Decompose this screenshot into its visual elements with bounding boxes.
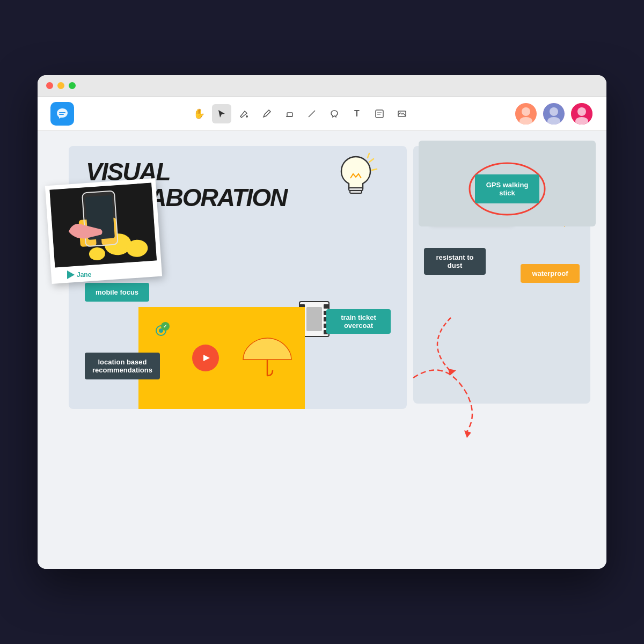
svg-point-0 (246, 115, 248, 118)
umbrella-illustration (240, 330, 294, 386)
svg-point-12 (577, 107, 586, 116)
avatar-2 (542, 102, 566, 126)
avatar-1 (514, 102, 538, 126)
select-tool[interactable] (212, 104, 231, 123)
svg-line-17 (372, 169, 377, 170)
polaroid-photo (45, 178, 162, 284)
close-button[interactable] (46, 82, 53, 89)
app-logo[interactable] (50, 102, 74, 126)
gps-section: GPS walking stick (419, 141, 596, 226)
gps-circle-annotation: GPS walking stick (467, 159, 547, 218)
line-tool[interactable] (302, 104, 321, 123)
right-panel: hybrid use (413, 146, 590, 404)
image-tool[interactable] (392, 104, 412, 123)
pen-tool[interactable] (257, 104, 276, 123)
svg-rect-25 (324, 304, 329, 309)
gps-walking-sticky: GPS walking stick (475, 174, 539, 203)
lasso-tool[interactable] (325, 104, 344, 123)
paint-tool[interactable] (235, 104, 254, 123)
svg-line-2 (309, 111, 315, 117)
train-ticket-sticky: train ticket overcoat (326, 309, 391, 334)
hand-tool[interactable]: ✋ (189, 104, 209, 123)
mobile-focus-sticky: mobile focus (85, 283, 149, 302)
svg-marker-57 (448, 369, 456, 376)
svg-rect-1 (287, 113, 292, 116)
resistant-dust-sticky: resistant to dust (424, 248, 486, 275)
maximize-button[interactable] (69, 82, 76, 89)
lightbulb-illustration (332, 151, 380, 213)
note-tool[interactable] (370, 104, 389, 123)
svg-line-16 (369, 159, 374, 162)
svg-point-6 (522, 107, 530, 116)
canvas-area[interactable]: VISUAL COLLABORATION (38, 131, 606, 569)
dashed-arrow-annotation (419, 312, 585, 377)
phone-photo (49, 183, 157, 268)
play-button[interactable] (192, 345, 219, 371)
eraser-tool[interactable] (280, 104, 299, 123)
location-recs-sticky: location based recommendations (85, 353, 160, 379)
svg-line-18 (368, 153, 369, 158)
svg-rect-15 (350, 191, 362, 193)
cursor-ring: ✓ (155, 324, 167, 339)
browser-window: ✋ T (38, 75, 606, 569)
text-tool[interactable]: T (347, 104, 367, 123)
minimize-button[interactable] (57, 82, 64, 89)
tool-panel: ✋ T (87, 104, 514, 123)
waterproof-sticky: waterproof (521, 264, 580, 283)
avatar-3 (570, 102, 594, 126)
checkmark-badge: ✓ (161, 322, 170, 331)
jane-label: Jane (77, 271, 91, 279)
collaborator-avatars (514, 102, 594, 126)
svg-rect-3 (376, 110, 383, 118)
svg-point-9 (550, 107, 558, 116)
app-toolbar: ✋ T (38, 97, 606, 131)
browser-titlebar (38, 75, 606, 97)
svg-rect-30 (306, 307, 322, 331)
jane-cursor-arrow (67, 270, 75, 279)
jane-cursor: Jane (67, 270, 91, 279)
svg-marker-59 (464, 430, 471, 438)
